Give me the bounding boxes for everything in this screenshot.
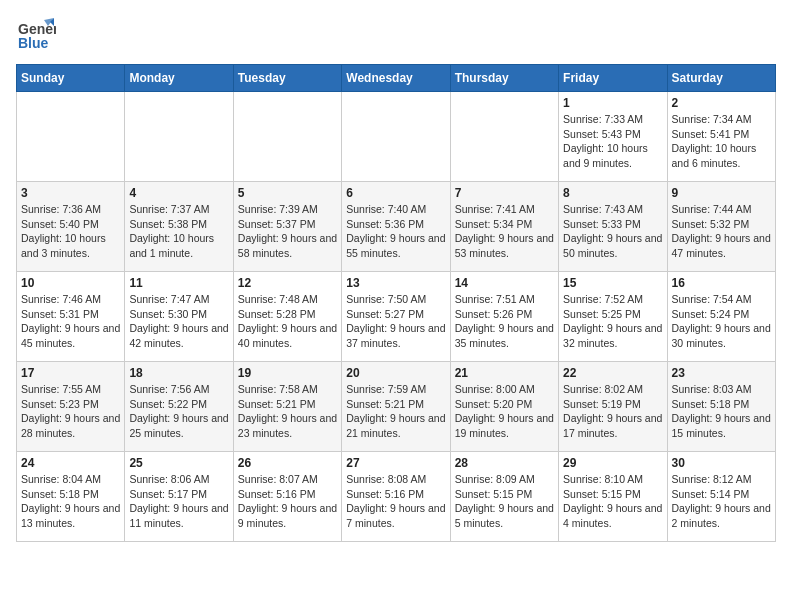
day-info: Sunrise: 7:55 AM Sunset: 5:23 PM Dayligh… [21, 382, 120, 441]
day-number: 14 [455, 276, 554, 290]
calendar-cell: 23Sunrise: 8:03 AM Sunset: 5:18 PM Dayli… [667, 362, 775, 452]
calendar-table: SundayMondayTuesdayWednesdayThursdayFrid… [16, 64, 776, 542]
calendar-cell: 15Sunrise: 7:52 AM Sunset: 5:25 PM Dayli… [559, 272, 667, 362]
weekday-header-sunday: Sunday [17, 65, 125, 92]
calendar-cell [233, 92, 341, 182]
day-info: Sunrise: 7:33 AM Sunset: 5:43 PM Dayligh… [563, 112, 662, 171]
calendar-cell: 12Sunrise: 7:48 AM Sunset: 5:28 PM Dayli… [233, 272, 341, 362]
calendar-week-3: 10Sunrise: 7:46 AM Sunset: 5:31 PM Dayli… [17, 272, 776, 362]
weekday-header-tuesday: Tuesday [233, 65, 341, 92]
calendar-cell: 14Sunrise: 7:51 AM Sunset: 5:26 PM Dayli… [450, 272, 558, 362]
day-number: 16 [672, 276, 771, 290]
day-info: Sunrise: 7:58 AM Sunset: 5:21 PM Dayligh… [238, 382, 337, 441]
calendar-cell: 13Sunrise: 7:50 AM Sunset: 5:27 PM Dayli… [342, 272, 450, 362]
day-number: 18 [129, 366, 228, 380]
day-info: Sunrise: 7:40 AM Sunset: 5:36 PM Dayligh… [346, 202, 445, 261]
day-number: 23 [672, 366, 771, 380]
calendar-cell: 3Sunrise: 7:36 AM Sunset: 5:40 PM Daylig… [17, 182, 125, 272]
day-number: 12 [238, 276, 337, 290]
day-number: 11 [129, 276, 228, 290]
day-info: Sunrise: 7:50 AM Sunset: 5:27 PM Dayligh… [346, 292, 445, 351]
day-number: 25 [129, 456, 228, 470]
day-number: 30 [672, 456, 771, 470]
day-info: Sunrise: 7:34 AM Sunset: 5:41 PM Dayligh… [672, 112, 771, 171]
calendar-cell: 5Sunrise: 7:39 AM Sunset: 5:37 PM Daylig… [233, 182, 341, 272]
weekday-header-row: SundayMondayTuesdayWednesdayThursdayFrid… [17, 65, 776, 92]
day-info: Sunrise: 7:43 AM Sunset: 5:33 PM Dayligh… [563, 202, 662, 261]
day-info: Sunrise: 7:48 AM Sunset: 5:28 PM Dayligh… [238, 292, 337, 351]
calendar-cell: 22Sunrise: 8:02 AM Sunset: 5:19 PM Dayli… [559, 362, 667, 452]
calendar-cell: 28Sunrise: 8:09 AM Sunset: 5:15 PM Dayli… [450, 452, 558, 542]
day-number: 17 [21, 366, 120, 380]
day-info: Sunrise: 8:04 AM Sunset: 5:18 PM Dayligh… [21, 472, 120, 531]
calendar-cell: 7Sunrise: 7:41 AM Sunset: 5:34 PM Daylig… [450, 182, 558, 272]
calendar-cell: 27Sunrise: 8:08 AM Sunset: 5:16 PM Dayli… [342, 452, 450, 542]
day-number: 24 [21, 456, 120, 470]
calendar-cell: 30Sunrise: 8:12 AM Sunset: 5:14 PM Dayli… [667, 452, 775, 542]
day-number: 27 [346, 456, 445, 470]
day-number: 6 [346, 186, 445, 200]
day-info: Sunrise: 8:06 AM Sunset: 5:17 PM Dayligh… [129, 472, 228, 531]
day-info: Sunrise: 8:03 AM Sunset: 5:18 PM Dayligh… [672, 382, 771, 441]
day-number: 19 [238, 366, 337, 380]
day-info: Sunrise: 7:41 AM Sunset: 5:34 PM Dayligh… [455, 202, 554, 261]
day-info: Sunrise: 7:44 AM Sunset: 5:32 PM Dayligh… [672, 202, 771, 261]
day-info: Sunrise: 7:51 AM Sunset: 5:26 PM Dayligh… [455, 292, 554, 351]
calendar-body: 1Sunrise: 7:33 AM Sunset: 5:43 PM Daylig… [17, 92, 776, 542]
calendar-cell: 11Sunrise: 7:47 AM Sunset: 5:30 PM Dayli… [125, 272, 233, 362]
calendar-cell [17, 92, 125, 182]
day-number: 13 [346, 276, 445, 290]
day-info: Sunrise: 7:52 AM Sunset: 5:25 PM Dayligh… [563, 292, 662, 351]
calendar-cell: 1Sunrise: 7:33 AM Sunset: 5:43 PM Daylig… [559, 92, 667, 182]
calendar-cell: 2Sunrise: 7:34 AM Sunset: 5:41 PM Daylig… [667, 92, 775, 182]
calendar-cell: 16Sunrise: 7:54 AM Sunset: 5:24 PM Dayli… [667, 272, 775, 362]
day-info: Sunrise: 8:07 AM Sunset: 5:16 PM Dayligh… [238, 472, 337, 531]
day-number: 1 [563, 96, 662, 110]
day-info: Sunrise: 7:56 AM Sunset: 5:22 PM Dayligh… [129, 382, 228, 441]
day-number: 9 [672, 186, 771, 200]
day-info: Sunrise: 8:09 AM Sunset: 5:15 PM Dayligh… [455, 472, 554, 531]
calendar-cell: 19Sunrise: 7:58 AM Sunset: 5:21 PM Dayli… [233, 362, 341, 452]
day-number: 7 [455, 186, 554, 200]
calendar-cell: 20Sunrise: 7:59 AM Sunset: 5:21 PM Dayli… [342, 362, 450, 452]
logo-icon: General Blue [16, 16, 56, 56]
day-info: Sunrise: 7:59 AM Sunset: 5:21 PM Dayligh… [346, 382, 445, 441]
day-info: Sunrise: 7:37 AM Sunset: 5:38 PM Dayligh… [129, 202, 228, 261]
calendar-week-4: 17Sunrise: 7:55 AM Sunset: 5:23 PM Dayli… [17, 362, 776, 452]
page-header: General Blue [16, 16, 776, 56]
day-info: Sunrise: 8:00 AM Sunset: 5:20 PM Dayligh… [455, 382, 554, 441]
calendar-cell: 4Sunrise: 7:37 AM Sunset: 5:38 PM Daylig… [125, 182, 233, 272]
day-number: 26 [238, 456, 337, 470]
calendar-cell: 29Sunrise: 8:10 AM Sunset: 5:15 PM Dayli… [559, 452, 667, 542]
day-number: 29 [563, 456, 662, 470]
day-info: Sunrise: 8:08 AM Sunset: 5:16 PM Dayligh… [346, 472, 445, 531]
day-info: Sunrise: 7:54 AM Sunset: 5:24 PM Dayligh… [672, 292, 771, 351]
day-info: Sunrise: 7:36 AM Sunset: 5:40 PM Dayligh… [21, 202, 120, 261]
day-number: 15 [563, 276, 662, 290]
day-number: 5 [238, 186, 337, 200]
day-number: 10 [21, 276, 120, 290]
weekday-header-friday: Friday [559, 65, 667, 92]
day-info: Sunrise: 8:10 AM Sunset: 5:15 PM Dayligh… [563, 472, 662, 531]
weekday-header-monday: Monday [125, 65, 233, 92]
calendar-cell: 17Sunrise: 7:55 AM Sunset: 5:23 PM Dayli… [17, 362, 125, 452]
logo: General Blue [16, 16, 56, 56]
calendar-cell: 25Sunrise: 8:06 AM Sunset: 5:17 PM Dayli… [125, 452, 233, 542]
weekday-header-thursday: Thursday [450, 65, 558, 92]
calendar-cell [450, 92, 558, 182]
day-number: 22 [563, 366, 662, 380]
day-info: Sunrise: 8:12 AM Sunset: 5:14 PM Dayligh… [672, 472, 771, 531]
calendar-cell: 26Sunrise: 8:07 AM Sunset: 5:16 PM Dayli… [233, 452, 341, 542]
day-number: 21 [455, 366, 554, 380]
day-info: Sunrise: 7:46 AM Sunset: 5:31 PM Dayligh… [21, 292, 120, 351]
calendar-cell [125, 92, 233, 182]
svg-text:Blue: Blue [18, 35, 49, 51]
calendar-week-5: 24Sunrise: 8:04 AM Sunset: 5:18 PM Dayli… [17, 452, 776, 542]
day-number: 28 [455, 456, 554, 470]
day-number: 20 [346, 366, 445, 380]
day-number: 4 [129, 186, 228, 200]
calendar-cell: 6Sunrise: 7:40 AM Sunset: 5:36 PM Daylig… [342, 182, 450, 272]
calendar-cell: 21Sunrise: 8:00 AM Sunset: 5:20 PM Dayli… [450, 362, 558, 452]
calendar-week-2: 3Sunrise: 7:36 AM Sunset: 5:40 PM Daylig… [17, 182, 776, 272]
day-number: 3 [21, 186, 120, 200]
